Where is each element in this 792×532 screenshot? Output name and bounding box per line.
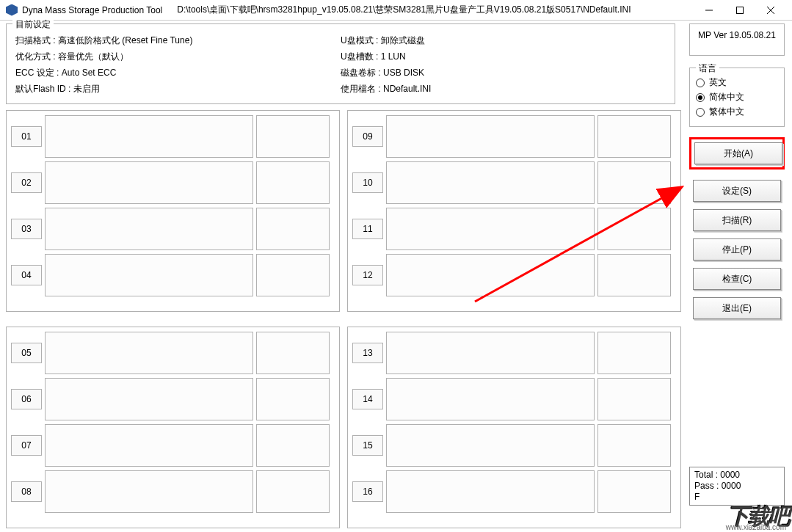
slot-number: 06: [11, 389, 42, 409]
slot-info: [597, 115, 671, 158]
svg-rect-1: [737, 7, 744, 13]
slot-number: 14: [352, 389, 383, 409]
setting-scan-format: 扫描格式 : 高速低阶格式化 (Reset Fine Tune): [15, 33, 341, 48]
slot-panel-1: 01 02 03 04: [6, 110, 340, 312]
slot-progress: [45, 378, 253, 420]
language-legend: 语言: [696, 62, 719, 75]
slot-panel-4: 13 14 15 16: [347, 327, 681, 528]
slot-number: 13: [352, 343, 383, 363]
slot-info: [256, 378, 330, 420]
slot-row: 09: [352, 115, 676, 158]
app-icon: [6, 4, 18, 16]
slot-number: 01: [11, 126, 42, 147]
language-group: 语言 英文 简体中文 繁体中文: [689, 68, 785, 127]
slot-row: 16: [352, 470, 676, 513]
stop-button[interactable]: 停止(P): [693, 238, 781, 260]
slot-number: 11: [352, 219, 383, 239]
right-rail: MP Ver 19.05.08.21 语言 英文 简体中文 繁体中文 开始(A)…: [689, 23, 785, 327]
maximize-button[interactable]: [724, 0, 755, 21]
slot-row: 13: [352, 332, 676, 374]
lang-option-simplified[interactable]: 简体中文: [696, 91, 778, 103]
slot-number: 09: [352, 126, 383, 147]
slot-number: 05: [11, 343, 42, 363]
settings-button[interactable]: 设定(S): [693, 180, 781, 202]
slot-progress: [386, 332, 595, 374]
slot-progress: [386, 115, 595, 158]
slot-number: 07: [11, 435, 42, 456]
slot-progress: [386, 208, 595, 250]
slot-grid: 01 02 03 04 09 10 11 12 05 06 07 08 13 1…: [6, 110, 681, 528]
slot-info: [256, 332, 330, 374]
slot-progress: [45, 115, 253, 158]
exit-button[interactable]: 退出(E): [693, 297, 781, 319]
slot-row: 06: [11, 378, 335, 420]
slot-number: 02: [11, 172, 42, 193]
slot-progress: [386, 254, 595, 296]
slot-row: 08: [11, 470, 335, 513]
slot-info: [597, 332, 671, 374]
slot-info: [597, 424, 671, 467]
start-button[interactable]: 开始(A): [694, 142, 782, 164]
check-button[interactable]: 检查(C): [693, 268, 781, 290]
slot-progress: [45, 161, 253, 204]
slot-progress: [45, 424, 253, 467]
lang-label: 繁体中文: [709, 106, 744, 118]
current-settings-group: 目前设定 扫描格式 : 高速低阶格式化 (Reset Fine Tune) 优化…: [6, 23, 675, 104]
slot-progress: [386, 378, 595, 420]
slot-row: 01: [11, 115, 335, 158]
lang-option-traditional[interactable]: 繁体中文: [696, 106, 778, 118]
window-controls: [694, 0, 786, 21]
slot-row: 03: [11, 208, 335, 250]
close-button[interactable]: [755, 0, 786, 21]
stats-box: Total : 0000 Pass : 0000 F: [689, 467, 785, 506]
slot-number: 04: [11, 265, 42, 285]
lang-option-english[interactable]: 英文: [696, 76, 778, 89]
slot-row: 04: [11, 254, 335, 296]
setting-lun: U盘槽数 : 1 LUN: [341, 49, 666, 64]
radio-icon: [696, 108, 705, 117]
slot-info: [256, 115, 330, 158]
lang-label: 简体中文: [709, 91, 744, 103]
slot-info: [597, 161, 671, 204]
slot-row: 11: [352, 208, 676, 250]
slot-row: 02: [11, 161, 335, 204]
slot-info: [597, 208, 671, 250]
slot-progress: [45, 470, 253, 513]
slot-row: 07: [11, 424, 335, 467]
setting-volume-label: 磁盘卷标 : USB DISK: [341, 65, 666, 80]
minimize-button[interactable]: [694, 0, 724, 21]
slot-number: 15: [352, 435, 383, 456]
slot-progress: [45, 208, 253, 250]
slot-progress: [386, 470, 595, 513]
slot-info: [256, 470, 330, 513]
slot-progress: [386, 161, 595, 204]
slot-row: 05: [11, 332, 335, 374]
stats-total: Total : 0000: [694, 470, 780, 481]
slot-info: [597, 470, 671, 513]
slot-row: 14: [352, 378, 676, 420]
slot-info: [256, 208, 330, 250]
slot-progress: [45, 332, 253, 374]
scan-button[interactable]: 扫描(R): [693, 209, 781, 231]
radio-icon: [696, 79, 705, 87]
slot-info: [597, 254, 671, 296]
highlight-annotation: 开始(A): [689, 137, 785, 170]
slot-number: 16: [352, 481, 383, 502]
setting-disk-mode: U盘模式 : 卸除式磁盘: [341, 33, 666, 48]
stats-fail: F: [694, 492, 780, 503]
slot-number: 12: [352, 265, 383, 285]
slot-row: 10: [352, 161, 676, 204]
version-box: MP Ver 19.05.08.21: [689, 23, 785, 56]
setting-flashid: 默认Flash ID : 未启用: [15, 81, 341, 96]
slot-number: 08: [11, 481, 42, 502]
slot-progress: [45, 254, 253, 296]
slot-info: [256, 254, 330, 296]
lang-label: 英文: [709, 76, 727, 89]
titlebar: Dyna Mass Storage Production Tool D:\too…: [0, 0, 792, 21]
slot-info: [256, 424, 330, 467]
slot-info: [597, 378, 671, 420]
app-title: Dyna Mass Storage Production Tool: [22, 5, 162, 15]
title-path: D:\tools\桌面\下载吧\hrsm3281hpup_v19.05.08.2…: [177, 4, 694, 16]
stats-pass: Pass : 0000: [694, 481, 780, 492]
slot-progress: [386, 424, 595, 467]
